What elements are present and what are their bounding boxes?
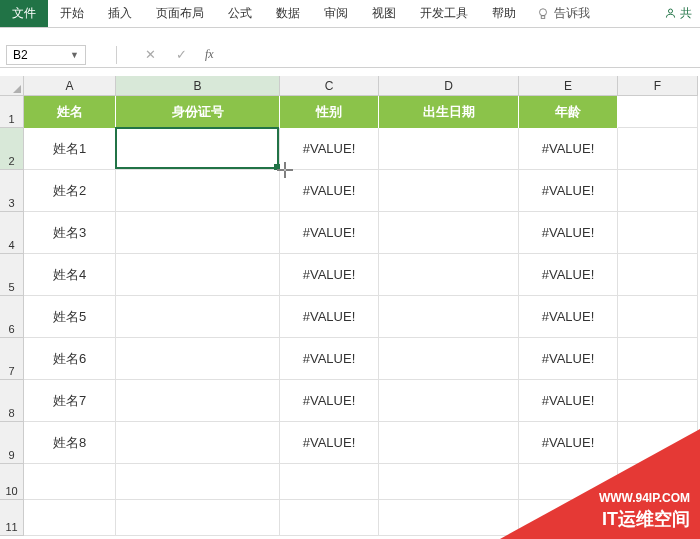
row-header-8[interactable]: 8 [0,380,24,422]
cell[interactable]: #VALUE! [280,128,379,170]
cell[interactable] [618,380,698,422]
cell[interactable]: 姓名2 [24,170,116,212]
cell[interactable] [618,212,698,254]
table-row: 姓名6#VALUE!#VALUE! [24,338,700,380]
select-all-corner[interactable] [0,76,24,96]
cell[interactable] [24,500,116,536]
name-box[interactable]: B2 ▼ [6,45,86,65]
cell[interactable] [379,128,519,170]
cell[interactable]: #VALUE! [280,212,379,254]
cell[interactable] [116,464,280,500]
header-id[interactable]: 身份证号 [116,96,280,128]
cell[interactable]: 姓名1 [24,128,116,170]
cancel-icon[interactable]: ✕ [135,47,166,62]
cell[interactable] [379,422,519,464]
cell[interactable]: #VALUE! [280,380,379,422]
cell[interactable] [379,212,519,254]
share-icon [664,7,677,20]
row-header-4[interactable]: 4 [0,212,24,254]
cell[interactable]: 姓名5 [24,296,116,338]
row-header-3[interactable]: 3 [0,170,24,212]
col-header-C[interactable]: C [280,76,379,96]
cell[interactable] [116,422,280,464]
cell[interactable]: 姓名8 [24,422,116,464]
cell[interactable]: #VALUE! [280,254,379,296]
cell[interactable] [379,500,519,536]
cell[interactable] [116,500,280,536]
tab-dev[interactable]: 开发工具 [408,0,480,27]
cell[interactable] [116,296,280,338]
cell[interactable]: #VALUE! [519,212,618,254]
cell[interactable]: 姓名7 [24,380,116,422]
confirm-icon[interactable]: ✓ [166,47,197,62]
header-age[interactable]: 年龄 [519,96,618,128]
header-name[interactable]: 姓名 [24,96,116,128]
watermark-title: IT运维空间 [599,507,690,531]
col-header-E[interactable]: E [519,76,618,96]
tell-me[interactable]: 告诉我 [536,5,590,22]
cell[interactable]: #VALUE! [280,170,379,212]
share-button[interactable]: 共 [664,5,700,22]
cell[interactable]: 姓名4 [24,254,116,296]
col-header-F[interactable]: F [618,76,698,96]
cell[interactable]: 姓名3 [24,212,116,254]
cell[interactable] [116,128,280,170]
cell[interactable] [116,212,280,254]
cell[interactable] [116,380,280,422]
tab-view[interactable]: 视图 [360,0,408,27]
col-header-D[interactable]: D [379,76,519,96]
cell[interactable]: #VALUE! [280,338,379,380]
col-header-A[interactable]: A [24,76,116,96]
cell[interactable] [618,296,698,338]
row-header-5[interactable]: 5 [0,254,24,296]
cell[interactable] [116,254,280,296]
cell[interactable] [280,464,379,500]
cell[interactable]: #VALUE! [519,128,618,170]
cell[interactable] [379,170,519,212]
cell[interactable] [24,464,116,500]
cell[interactable] [618,170,698,212]
formula-input[interactable] [222,45,700,65]
cell[interactable]: #VALUE! [280,422,379,464]
tab-layout[interactable]: 页面布局 [144,0,216,27]
cell[interactable]: #VALUE! [519,296,618,338]
cell[interactable] [116,338,280,380]
watermark: WWW.94IP.COM IT运维空间 [500,429,700,539]
tab-insert[interactable]: 插入 [96,0,144,27]
cell[interactable] [379,338,519,380]
cell[interactable] [618,128,698,170]
cell[interactable]: #VALUE! [519,380,618,422]
cell[interactable] [618,96,698,128]
cell[interactable]: 姓名6 [24,338,116,380]
tab-review[interactable]: 审阅 [312,0,360,27]
row-header-11[interactable]: 11 [0,500,24,536]
tab-formula[interactable]: 公式 [216,0,264,27]
row-header-9[interactable]: 9 [0,422,24,464]
cell[interactable]: #VALUE! [519,338,618,380]
cell[interactable] [379,254,519,296]
cell[interactable] [116,170,280,212]
cell[interactable] [379,464,519,500]
row-header-1[interactable]: 1 [0,96,24,128]
row-header-6[interactable]: 6 [0,296,24,338]
col-header-B[interactable]: B [116,76,280,96]
cell[interactable]: #VALUE! [519,254,618,296]
cell[interactable] [618,338,698,380]
tab-data[interactable]: 数据 [264,0,312,27]
cell[interactable]: #VALUE! [519,170,618,212]
cell[interactable]: #VALUE! [280,296,379,338]
cell[interactable] [379,380,519,422]
row-header-10[interactable]: 10 [0,464,24,500]
tab-home[interactable]: 开始 [48,0,96,27]
header-gender[interactable]: 性别 [280,96,379,128]
row-header-2[interactable]: 2 [0,128,24,170]
fx-icon[interactable]: fx [197,47,222,62]
cell[interactable] [280,500,379,536]
row-header-7[interactable]: 7 [0,338,24,380]
table-row: 姓名4#VALUE!#VALUE! [24,254,700,296]
header-dob[interactable]: 出生日期 [379,96,519,128]
cell[interactable] [379,296,519,338]
tab-file[interactable]: 文件 [0,0,48,27]
cell[interactable] [618,254,698,296]
tab-help[interactable]: 帮助 [480,0,528,27]
